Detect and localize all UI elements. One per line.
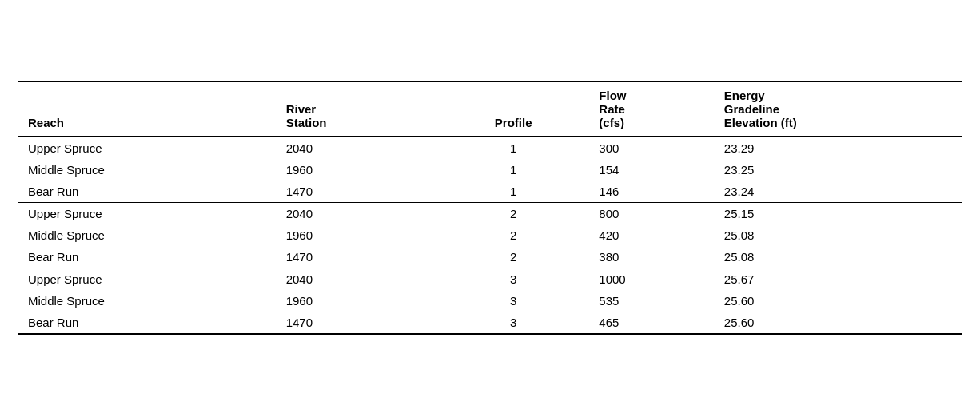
table-row: Middle Spruce1960242025.08	[18, 224, 962, 246]
cell-energy_gradeline: 23.29	[715, 137, 962, 159]
cell-river_station: 1470	[277, 181, 437, 203]
cell-energy_gradeline: 23.25	[715, 159, 962, 181]
table-row: Middle Spruce1960353525.60	[18, 290, 962, 312]
cell-profile: 1	[437, 137, 589, 159]
cell-flow_rate: 380	[589, 246, 715, 268]
cell-river_station: 1470	[277, 312, 437, 334]
cell-flow_rate: 154	[589, 159, 715, 181]
table-row: Bear Run1470346525.60	[18, 312, 962, 334]
cell-profile: 3	[437, 312, 589, 334]
cell-reach: Middle Spruce	[18, 159, 277, 181]
col-reach: Reach	[18, 81, 277, 137]
cell-energy_gradeline: 25.08	[715, 246, 962, 268]
table-row: Bear Run1470238025.08	[18, 246, 962, 268]
cell-river_station: 1960	[277, 159, 437, 181]
cell-profile: 3	[437, 268, 589, 290]
cell-flow_rate: 800	[589, 202, 715, 224]
table-row: Upper Spruce2040280025.15	[18, 202, 962, 224]
col-energy-gradeline: EnergyGradelineElevation (ft)	[715, 81, 962, 137]
cell-energy_gradeline: 25.67	[715, 268, 962, 290]
cell-flow_rate: 535	[589, 290, 715, 312]
cell-profile: 1	[437, 159, 589, 181]
col-profile: Profile	[437, 81, 589, 137]
cell-flow_rate: 300	[589, 137, 715, 159]
col-flow-rate: FlowRate(cfs)	[589, 81, 715, 137]
cell-energy_gradeline: 25.08	[715, 224, 962, 246]
cell-flow_rate: 146	[589, 181, 715, 203]
cell-river_station: 1960	[277, 224, 437, 246]
table-row: Bear Run1470114623.24	[18, 181, 962, 203]
table-row: Middle Spruce1960115423.25	[18, 159, 962, 181]
cell-river_station: 2040	[277, 137, 437, 159]
cell-river_station: 1960	[277, 290, 437, 312]
table-footer	[18, 334, 962, 337]
cell-river_station: 2040	[277, 202, 437, 224]
cell-profile: 1	[437, 181, 589, 203]
cell-river_station: 1470	[277, 246, 437, 268]
table-row: Upper Spruce20403100025.67	[18, 268, 962, 290]
table-container: Reach RiverStation Profile FlowRate(cfs)…	[18, 81, 962, 337]
cell-energy_gradeline: 25.15	[715, 202, 962, 224]
cell-profile: 2	[437, 224, 589, 246]
cell-reach: Bear Run	[18, 246, 277, 268]
cell-reach: Middle Spruce	[18, 290, 277, 312]
header-row: Reach RiverStation Profile FlowRate(cfs)…	[18, 81, 962, 137]
data-table: Reach RiverStation Profile FlowRate(cfs)…	[18, 81, 962, 337]
cell-river_station: 2040	[277, 268, 437, 290]
table-row: Upper Spruce2040130023.29	[18, 137, 962, 159]
cell-energy_gradeline: 25.60	[715, 312, 962, 334]
cell-reach: Upper Spruce	[18, 137, 277, 159]
cell-reach: Upper Spruce	[18, 268, 277, 290]
cell-energy_gradeline: 23.24	[715, 181, 962, 203]
cell-energy_gradeline: 25.60	[715, 290, 962, 312]
cell-flow_rate: 1000	[589, 268, 715, 290]
table-body: Upper Spruce2040130023.29Middle Spruce19…	[18, 137, 962, 334]
col-river-station: RiverStation	[277, 81, 437, 137]
cell-reach: Bear Run	[18, 181, 277, 203]
cell-flow_rate: 465	[589, 312, 715, 334]
cell-profile: 2	[437, 246, 589, 268]
cell-flow_rate: 420	[589, 224, 715, 246]
cell-profile: 3	[437, 290, 589, 312]
cell-reach: Bear Run	[18, 312, 277, 334]
cell-profile: 2	[437, 202, 589, 224]
cell-reach: Upper Spruce	[18, 202, 277, 224]
cell-reach: Middle Spruce	[18, 224, 277, 246]
